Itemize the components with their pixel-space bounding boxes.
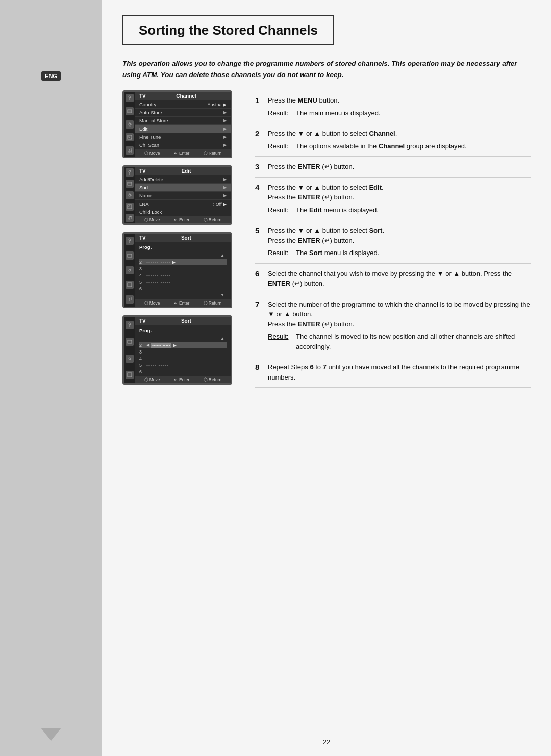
sort-channel-list-4: Prog. ▲ 2 ◀ ------ ----- ▶ xyxy=(135,325,231,376)
intro-text: This operation allows you to change the … xyxy=(122,58,531,80)
result-text-1: The main menu is displayed. xyxy=(296,108,531,118)
tv-icon-antenna xyxy=(126,94,134,102)
instruction-list: 1 Press the MENU button. Result: The mai… xyxy=(255,90,531,388)
tv-screen-1-header: TV Channel xyxy=(135,92,231,100)
step-content-7: Select the number of the programme to wh… xyxy=(268,299,531,352)
footer-move-2: ⬡ Move xyxy=(144,217,160,222)
tv-icon-3-photo xyxy=(126,281,134,289)
tv-icon-photo xyxy=(126,133,134,141)
svg-rect-22 xyxy=(128,254,132,257)
page-container: ENG Sorting the Stored Channels This ope… xyxy=(0,0,551,756)
sort-channel-list-3: Prog. ▲ 2 ------ ----- ▶ 3 xyxy=(135,242,231,299)
step-main-4: Press the ▼ or ▲ button to select Edit.P… xyxy=(268,183,531,203)
step-num-5: 5 xyxy=(255,225,268,258)
step-result-7: Result: The channel is moved to its new … xyxy=(268,332,531,351)
tv-icon-4-antenna xyxy=(126,321,134,329)
svg-point-15 xyxy=(129,194,131,196)
tv-icon-film xyxy=(126,107,134,115)
result-text-5: The Sort menu is displayed. xyxy=(296,248,531,258)
footer-enter-2: ↵ Enter xyxy=(174,217,189,222)
tv-screen-2-content: TV Edit Add/Delete▶ Sort▶ xyxy=(135,167,231,223)
step-result-4: Result: The Edit menu is displayed. xyxy=(268,205,531,215)
page-number: 22 xyxy=(323,738,330,746)
sort-row-4-4: 4 ----- ----- xyxy=(139,355,227,362)
tv-icon-4-photo xyxy=(126,371,134,379)
tv-screen-3-footer: ⬡ Move ↵ Enter ⬡ Return xyxy=(135,299,231,307)
tv-screen-3: TV Sort Prog. ▲ 2 ------ ----- xyxy=(122,232,232,308)
tv-screen-4-footer: ⬡ Move ↵ Enter ⬡ Return xyxy=(135,376,231,383)
sort-row-4-3: 3 ----- ----- xyxy=(139,348,227,355)
instruction-step-4: 4 Press the ▼ or ▲ button to select Edit… xyxy=(255,178,531,221)
tv-screen-2-footer: ⬡ Move ↵ Enter ⬡ Return xyxy=(135,216,231,223)
result-label-5: Result: xyxy=(268,248,291,258)
svg-point-5 xyxy=(129,123,131,125)
left-sidebar: ENG xyxy=(0,0,102,756)
tv-screen-2: TV Edit Add/Delete▶ Sort▶ xyxy=(122,165,232,225)
footer-move-3: ⬡ Move xyxy=(144,300,160,306)
step-num-3: 3 xyxy=(255,162,268,172)
svg-rect-2 xyxy=(128,110,132,113)
result-text-4: The Edit menu is displayed. xyxy=(296,205,531,215)
svg-point-18 xyxy=(129,206,130,207)
instructions-column: 1 Press the MENU button. Result: The mai… xyxy=(255,90,531,392)
svg-point-20 xyxy=(129,239,131,241)
page-title: Sorting the Stored Channels xyxy=(139,22,318,38)
tv-icon-3-settings xyxy=(126,266,134,274)
svg-rect-24 xyxy=(128,283,132,287)
sort-row-3: 3 ------ ----- xyxy=(139,265,227,272)
sort-row-2-active: 2 ------ ----- ▶ xyxy=(139,259,227,265)
tv-icon-3-music xyxy=(126,295,134,304)
instruction-step-3: 3 Press the ENTER (↵) button. xyxy=(255,157,531,178)
tv-icon-3-antenna xyxy=(126,237,134,245)
tv-label-3: TV xyxy=(139,235,146,241)
tv-screen-1-footer: ⬡ Move ↵ Enter ⬡ Return xyxy=(135,149,231,157)
tv-screens-column: TV Channel Country: Austria ▶ Auto Store… xyxy=(122,90,240,392)
svg-point-0 xyxy=(129,96,131,98)
step-main-1: Press the MENU button. xyxy=(268,95,531,106)
result-text-7: The channel is moved to its new position… xyxy=(296,332,531,351)
tv-icon-2-photo xyxy=(126,203,134,211)
footer-return-4: ⬡ Return xyxy=(204,377,222,382)
tv-row-add-delete: Add/Delete▶ xyxy=(135,175,231,184)
tv-icon-4-film xyxy=(126,338,134,346)
tv-side-icons-3 xyxy=(124,234,135,307)
sort-row-5: 5 ------ ----- xyxy=(139,279,227,285)
bottom-arrow-decoration xyxy=(41,728,61,741)
tv-screen-4-header: TV Sort xyxy=(135,317,231,325)
tv-menu-title-4: Sort xyxy=(146,318,227,324)
step-content-6: Select the channel that you wish to move… xyxy=(268,269,531,289)
result-label-7: Result: xyxy=(268,332,291,351)
main-columns: TV Channel Country: Austria ▶ Auto Store… xyxy=(122,90,531,392)
step-result-2: Result: The options available in the Cha… xyxy=(268,141,531,152)
tv-icon-2-music xyxy=(126,214,134,222)
tv-row-edit: Edit▶ xyxy=(135,125,231,133)
tv-menu-title-2: Edit xyxy=(146,168,227,174)
tv-row-ch-scan: Ch. Scan▶ xyxy=(135,141,231,149)
tv-row-name: Name▶ xyxy=(135,192,231,200)
page-title-box: Sorting the Stored Channels xyxy=(122,15,334,45)
tv-screen-4-body: Prog. ▲ 2 ◀ ------ ----- ▶ xyxy=(135,325,231,376)
sort-row-down-arrow: ▼ xyxy=(139,292,227,298)
tv-screen-4: TV Sort Prog. ▲ 2 ◀ -- xyxy=(122,315,232,385)
tv-screen-2-header: TV Edit xyxy=(135,167,231,175)
tv-side-icons-2 xyxy=(124,167,135,223)
tv-row-fine-tune: Fine Tune▶ xyxy=(135,133,231,141)
tv-icon-4-settings xyxy=(126,355,134,363)
instruction-step-2: 2 Press the ▼ or ▲ button to select Chan… xyxy=(255,123,531,157)
step-num-1: 1 xyxy=(255,95,268,118)
tv-icon-music xyxy=(126,146,134,155)
step-content-3: Press the ENTER (↵) button. xyxy=(268,162,531,172)
tv-side-icons-1 xyxy=(124,92,135,157)
step-main-2: Press the ▼ or ▲ button to select Channe… xyxy=(268,129,531,139)
tv-menu-title-1: Channel xyxy=(146,93,227,99)
instruction-step-7: 7 Select the number of the programme to … xyxy=(255,294,531,358)
svg-point-28 xyxy=(129,358,131,360)
step-result-1: Result: The main menu is displayed. xyxy=(268,108,531,118)
step-main-5: Press the ▼ or ▲ button to select Sort.P… xyxy=(268,225,531,245)
tv-icon-2-film xyxy=(126,180,134,188)
instruction-step-6: 6 Select the channel that you wish to mo… xyxy=(255,264,531,294)
instruction-step-1: 1 Press the MENU button. Result: The mai… xyxy=(255,90,531,123)
sort-row-4-5: 5 ----- ----- xyxy=(139,362,227,368)
footer-enter-4: ↵ Enter xyxy=(174,377,189,382)
svg-rect-27 xyxy=(128,340,132,343)
